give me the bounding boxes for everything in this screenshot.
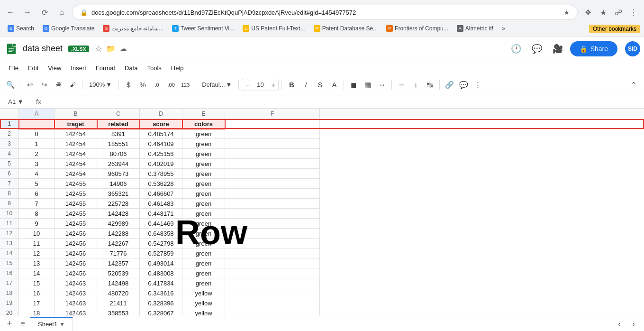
avatar[interactable]: SID	[625, 41, 640, 56]
row-header-11[interactable]: 11	[0, 219, 19, 229]
strikethrough-btn[interactable]: S	[313, 78, 327, 92]
vertical-align-btn[interactable]: ↕	[409, 78, 422, 92]
cell-a15[interactable]: 13	[19, 258, 54, 268]
cell-d13[interactable]: 0.542798	[140, 239, 182, 248]
bookmark-tweet[interactable]: T Tweet Sentiment Vi...	[168, 24, 238, 33]
cell-b7[interactable]: 142455	[54, 179, 97, 189]
cell-e7[interactable]: green	[182, 179, 225, 189]
row-header-19[interactable]: 19	[0, 298, 19, 308]
menu-file[interactable]: File	[4, 63, 23, 74]
cell-f17[interactable]	[225, 278, 320, 288]
cell-e17[interactable]: green	[182, 278, 225, 288]
cell-c15[interactable]: 142357	[97, 258, 140, 268]
extensions-button[interactable]: ❖	[581, 6, 595, 19]
format-123-btn[interactable]: 123	[179, 78, 192, 92]
cell-e3[interactable]: green	[182, 139, 225, 149]
cell-c17[interactable]: 142498	[97, 278, 140, 288]
cell-c11[interactable]: 429989	[97, 219, 140, 229]
cell-e4[interactable]: green	[182, 149, 225, 159]
italic-btn[interactable]: I	[299, 78, 312, 92]
menu-button[interactable]: ⋮	[627, 6, 640, 19]
decrease-decimal-btn[interactable]: .0	[150, 78, 163, 92]
cell-d12[interactable]: 0.648358	[140, 229, 182, 239]
cell-f8[interactable]	[225, 189, 320, 199]
cell-f1[interactable]	[225, 119, 320, 129]
cell-d3[interactable]: 0.464109	[140, 139, 182, 149]
more-options-btn[interactable]: ⋮	[471, 78, 484, 92]
cell-a9[interactable]: 7	[19, 199, 54, 209]
bookmark-more[interactable]: »	[498, 24, 509, 33]
menu-tools[interactable]: Tools	[142, 63, 166, 74]
cell-b6[interactable]: 142454	[54, 169, 97, 179]
cell-e13[interactable]: green	[182, 239, 225, 248]
cell-a3[interactable]: 1	[19, 139, 54, 149]
cell-f11[interactable]	[225, 219, 320, 229]
add-sheet-button[interactable]: +	[4, 318, 15, 330]
cell-e11[interactable]: green	[182, 219, 225, 229]
cell-b19[interactable]: 142463	[54, 298, 97, 308]
col-header-e[interactable]: E	[182, 109, 225, 119]
cell-e10[interactable]: green	[182, 209, 225, 219]
increase-decimal-btn[interactable]: .00	[164, 78, 178, 92]
share-button[interactable]: 🔒 Share	[570, 41, 617, 56]
cell-f12[interactable]	[225, 229, 320, 239]
cell-d2[interactable]: 0.485174	[140, 129, 182, 139]
bookmark-samaneh[interactable]: S سامانه جامع مدیریت...	[99, 24, 167, 33]
menu-format[interactable]: Format	[91, 63, 120, 74]
cell-b12[interactable]: 142456	[54, 229, 97, 239]
cell-c1[interactable]: related	[97, 119, 140, 129]
bold-btn[interactable]: B	[285, 78, 298, 92]
cell-d11[interactable]: 0.441469	[140, 219, 182, 229]
cloud-icon[interactable]: ☁	[119, 44, 127, 53]
cell-a13[interactable]: 11	[19, 239, 54, 248]
row-header-3[interactable]: 3	[0, 139, 19, 149]
row-header-7[interactable]: 7	[0, 179, 19, 189]
cell-a19[interactable]: 17	[19, 298, 54, 308]
cell-a2[interactable]: 0	[19, 129, 54, 139]
cell-d1[interactable]: score	[140, 119, 182, 129]
cell-f13[interactable]	[225, 239, 320, 248]
cell-e5[interactable]: green	[182, 159, 225, 169]
row-header-14[interactable]: 14	[0, 248, 19, 258]
insert-link-btn[interactable]: 🔗	[443, 78, 456, 92]
history-button[interactable]: 🕐	[508, 40, 525, 57]
collapse-toolbar-btn[interactable]: ⌃	[627, 78, 640, 92]
bookmark-frontiers[interactable]: F Frontiers of Compu...	[382, 24, 452, 33]
cell-f2[interactable]	[225, 129, 320, 139]
cell-d4[interactable]: 0.425158	[140, 149, 182, 159]
fill-color-btn[interactable]: ◼	[347, 78, 360, 92]
cell-a1[interactable]	[19, 119, 54, 129]
address-bar[interactable]: 🔒 docs.google.com/spreadsheets/d/11Bnd97…	[72, 5, 578, 20]
cell-f18[interactable]	[225, 288, 320, 298]
cell-b13[interactable]: 142456	[54, 239, 97, 248]
cell-a11[interactable]: 9	[19, 219, 54, 229]
borders-btn[interactable]: ▦	[361, 78, 374, 92]
bookmark-altmetric[interactable]: A Altmetric it!	[453, 24, 497, 33]
cell-reference[interactable]: A1 ▼	[4, 98, 32, 105]
refresh-button[interactable]: ⟳	[38, 6, 51, 19]
cell-f3[interactable]	[225, 139, 320, 149]
cell-c16[interactable]: 520539	[97, 268, 140, 278]
bookmark-button[interactable]: ★	[597, 6, 610, 19]
cell-e18[interactable]: yellow	[182, 288, 225, 298]
home-button[interactable]: ⌂	[55, 6, 68, 19]
row-header-16[interactable]: 16	[0, 268, 19, 278]
cell-d7[interactable]: 0.536228	[140, 179, 182, 189]
cell-c12[interactable]: 142288	[97, 229, 140, 239]
cell-e2[interactable]: green	[182, 129, 225, 139]
cell-a4[interactable]: 2	[19, 149, 54, 159]
increase-font-size-btn[interactable]: +	[268, 79, 278, 91]
cell-b14[interactable]: 142456	[54, 248, 97, 258]
col-header-a[interactable]: A	[19, 109, 54, 119]
text-color-btn[interactable]: A	[327, 78, 341, 92]
cell-a16[interactable]: 14	[19, 268, 54, 278]
cell-e16[interactable]: green	[182, 268, 225, 278]
cell-a8[interactable]: 6	[19, 189, 54, 199]
cell-e15[interactable]: green	[182, 258, 225, 268]
currency-btn[interactable]: $	[122, 78, 135, 92]
col-header-d[interactable]: D	[140, 109, 182, 119]
cell-f4[interactable]	[225, 149, 320, 159]
cell-c2[interactable]: 8391	[97, 129, 140, 139]
font-size-input[interactable]	[253, 81, 268, 88]
forward-button[interactable]: →	[21, 6, 34, 19]
